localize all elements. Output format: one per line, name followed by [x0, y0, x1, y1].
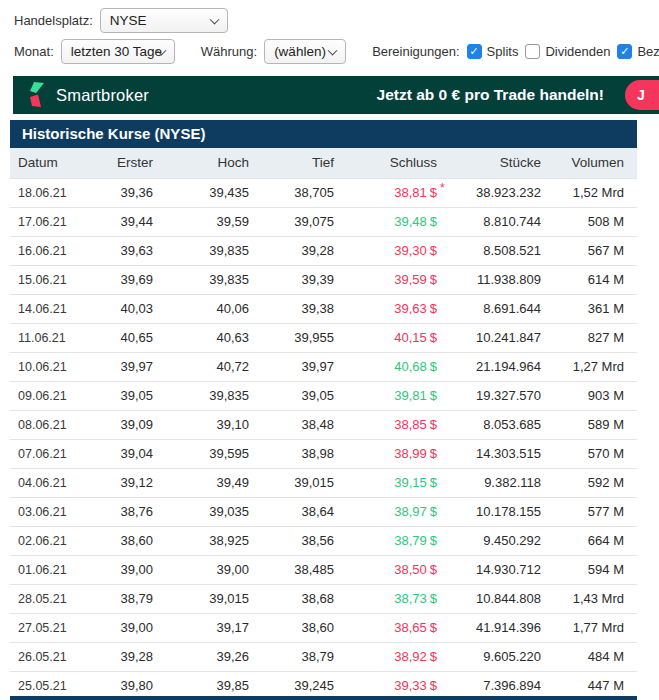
cell-tief: 39,955: [249, 323, 334, 352]
table-row: 28.05.2138,7939,01538,6838,73$10.844.808…: [10, 584, 637, 613]
cell-erster: 39,28: [98, 642, 153, 671]
currency-suffix: $: [430, 504, 437, 519]
currency-suffix: $: [430, 620, 437, 635]
banner-cta-button[interactable]: J: [625, 80, 659, 110]
currency-suffix: $: [430, 678, 437, 693]
cell-stuecke: 9.605.220: [437, 642, 541, 671]
cell-erster: 39,09: [98, 410, 153, 439]
table-row: 08.06.2139,0939,1038,4838,85$8.053.68558…: [10, 410, 637, 439]
cell-tief: 39,05: [249, 381, 334, 410]
close-value-up: 39,81$: [394, 388, 437, 403]
cell-datum: 03.06.21: [10, 497, 98, 526]
cell-datum: 16.06.21: [10, 236, 98, 265]
cell-erster: 39,69: [98, 265, 153, 294]
currency-suffix: $: [430, 388, 437, 403]
col-header-schluss: Schluss: [334, 148, 437, 178]
table-row: 26.05.2139,2839,2638,7938,92$9.605.22048…: [10, 642, 637, 671]
cell-schluss: 39,48$: [334, 207, 437, 236]
currency-suffix: $: [430, 649, 437, 664]
cell-erster: 38,79: [98, 584, 153, 613]
close-value-down: 38,85$: [394, 417, 437, 432]
waehrung-label: Währung:: [201, 44, 257, 59]
handelsplatz-select[interactable]: NYSE: [100, 8, 228, 33]
cell-tief: 38,64: [249, 497, 334, 526]
close-value-up: 38,79$: [394, 533, 437, 548]
smartbroker-logo-icon: [27, 82, 47, 108]
cell-hoch: 39,59: [153, 207, 249, 236]
waehrung-select[interactable]: (wählen): [264, 39, 346, 64]
brand-name: Smartbroker: [56, 86, 149, 105]
checkbox-splits[interactable]: ✓Splits: [467, 44, 519, 59]
currency-suffix: $: [430, 359, 437, 374]
cell-schluss: 38,73$: [334, 584, 437, 613]
smartbroker-ad-banner[interactable]: Smartbroker Jetzt ab 0 € pro Trade hande…: [13, 76, 659, 114]
cell-schluss: 39,59$: [334, 265, 437, 294]
cell-hoch: 39,835: [153, 265, 249, 294]
currency-suffix: $: [430, 214, 437, 229]
cell-erster: 38,76: [98, 497, 153, 526]
cell-volumen: 827 M: [541, 323, 637, 352]
cell-datum: 09.06.21: [10, 381, 98, 410]
table-row: 01.06.2139,0039,0038,48538,50$14.930.712…: [10, 555, 637, 584]
cell-hoch: 39,835: [153, 381, 249, 410]
currency-suffix: $: [430, 417, 437, 432]
footnote-asterisk: *: [440, 181, 445, 195]
col-header-hoch: Hoch: [153, 148, 249, 178]
cell-schluss: 38,99$: [334, 439, 437, 468]
table-row: 11.06.2140,6540,6339,95540,15$10.241.847…: [10, 323, 637, 352]
cell-erster: 39,00: [98, 613, 153, 642]
cell-hoch: 39,49: [153, 468, 249, 497]
filter-row-options: Monat: letzten 30 Tage Währung: (wählen)…: [14, 39, 659, 64]
table-row: 17.06.2139,4439,5939,07539,48$8.810.7445…: [10, 207, 637, 236]
monat-label: Monat:: [14, 44, 54, 59]
cell-volumen: 570 M: [541, 439, 637, 468]
cell-erster: 39,12: [98, 468, 153, 497]
cell-schluss: 38,92$: [334, 642, 437, 671]
checkbox-dividenden[interactable]: Dividenden: [525, 44, 610, 59]
currency-suffix: $: [430, 562, 437, 577]
monat-select[interactable]: letzten 30 Tage: [61, 39, 175, 64]
checkbox-bezugsrechte[interactable]: ✓Bezugsrechte: [617, 44, 659, 59]
cell-hoch: 39,435: [153, 178, 249, 207]
next-section-bar: [10, 696, 637, 700]
cell-datum: 15.06.21: [10, 265, 98, 294]
cell-volumen: 589 M: [541, 410, 637, 439]
table-row: 04.06.2139,1239,4939,01539,15$9.382.1185…: [10, 468, 637, 497]
cell-stuecke: 19.327.570: [437, 381, 541, 410]
checkbox-checked-icon[interactable]: ✓: [467, 44, 482, 59]
close-value-up: 39,48$: [394, 214, 437, 229]
cell-volumen: 592 M: [541, 468, 637, 497]
cell-volumen: 614 M: [541, 265, 637, 294]
cell-volumen: 1,77 Mrd: [541, 613, 637, 642]
cell-volumen: 594 M: [541, 555, 637, 584]
cell-tief: 39,39: [249, 265, 334, 294]
table-row: 18.06.2139,3639,43538,70538,81$*38.923.2…: [10, 178, 637, 207]
cell-datum: 14.06.21: [10, 294, 98, 323]
checkbox-unchecked-icon[interactable]: [525, 44, 540, 59]
cell-stuecke: 8.508.521: [437, 236, 541, 265]
checkbox-checked-icon[interactable]: ✓: [617, 44, 632, 59]
cell-schluss: 39,81$: [334, 381, 437, 410]
currency-suffix: $: [430, 243, 437, 258]
cell-datum: 02.06.21: [10, 526, 98, 555]
close-value-down: 38,92$: [394, 649, 437, 664]
kurse-table-body: 18.06.2139,3639,43538,70538,81$*38.923.2…: [10, 178, 637, 700]
currency-suffix: $: [430, 330, 437, 345]
cell-tief: 38,705: [249, 178, 334, 207]
handelsplatz-select-value: NYSE: [110, 13, 147, 28]
cell-schluss: 39,30$: [334, 236, 437, 265]
chevron-down-icon: [328, 45, 338, 55]
cell-stuecke: 8.691.644: [437, 294, 541, 323]
close-value-up: 38,97$: [394, 504, 437, 519]
cell-schluss: 40,15$: [334, 323, 437, 352]
currency-suffix: $: [430, 185, 437, 200]
table-row: 16.06.2139,6339,83539,2839,30$8.508.5215…: [10, 236, 637, 265]
cell-hoch: 38,925: [153, 526, 249, 555]
close-value-down: 38,99$: [394, 446, 437, 461]
col-header-tief: Tief: [249, 148, 334, 178]
cell-tief: 38,485: [249, 555, 334, 584]
cell-erster: 39,00: [98, 555, 153, 584]
close-value-down: 38,50$: [394, 562, 437, 577]
currency-suffix: $: [430, 301, 437, 316]
cell-tief: 38,68: [249, 584, 334, 613]
